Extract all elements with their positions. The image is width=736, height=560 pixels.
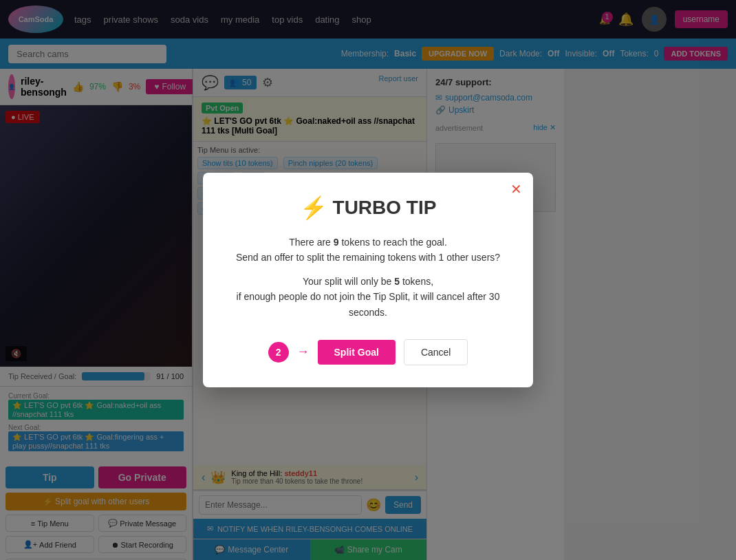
modal-title: ⚡ TURBO TIP xyxy=(225,195,511,221)
modal-text-2: Your split will only be 5 tokens, if eno… xyxy=(225,274,511,320)
modal-close-button[interactable]: ✕ xyxy=(510,181,522,197)
arrow-icon: → xyxy=(297,345,310,359)
modal-overlay: ✕ ⚡ TURBO TIP There are 9 tokens to reac… xyxy=(0,0,736,560)
lightning-icon: ⚡ xyxy=(300,195,327,221)
modal-split-goal-button[interactable]: Split Goal xyxy=(318,340,396,365)
modal-buttons: 2 → Split Goal Cancel xyxy=(225,339,511,365)
step-badge: 2 xyxy=(268,342,289,363)
turbo-tip-modal: ✕ ⚡ TURBO TIP There are 9 tokens to reac… xyxy=(203,173,533,387)
modal-cancel-button[interactable]: Cancel xyxy=(404,339,468,365)
modal-text-1: There are 9 tokens to reach the goal. Se… xyxy=(225,235,511,266)
